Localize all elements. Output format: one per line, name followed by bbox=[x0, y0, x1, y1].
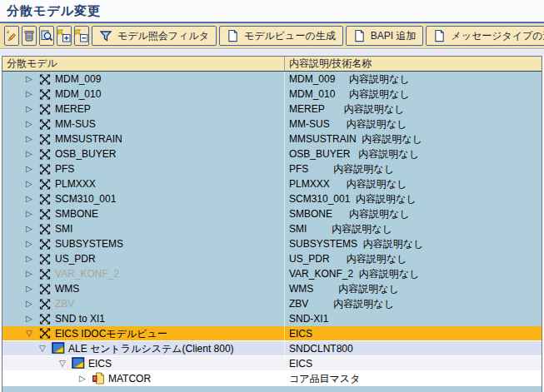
add-bapi-button[interactable]: BAPI 追加 bbox=[346, 26, 424, 46]
tree-node-label[interactable]: MMSUSTRAIN bbox=[55, 131, 122, 146]
collapse-subtree-button[interactable] bbox=[74, 26, 89, 46]
tree-row[interactable]: ▷MMSUSTRAINMMSUSTRAIN 内容説明なし bbox=[2, 131, 542, 146]
distribution-model-icon bbox=[38, 73, 52, 86]
description-cell: MMSUSTRAIN 内容説明なし bbox=[284, 131, 542, 146]
tree-node-label[interactable]: MATCOR bbox=[108, 371, 151, 385]
description-cell: EICS bbox=[284, 326, 542, 340]
tree-node-cell: ▷SMI bbox=[2, 221, 284, 236]
description-cell: VAR_KONF_2 内容説明なし bbox=[284, 266, 542, 281]
tree-row[interactable]: ▷SMISMI 内容説明なし bbox=[2, 221, 542, 236]
model-query-filter-button[interactable]: モデル照会フィルタ bbox=[92, 26, 217, 46]
tree-row[interactable]: ▷OSB_BUYEROSB_BUYER 内容説明なし bbox=[2, 146, 542, 161]
tree-node-label[interactable]: PLMXXX bbox=[55, 176, 96, 191]
tree-row-selected[interactable]: ▽EICS IDOCモデルビューEICS bbox=[2, 326, 542, 341]
tree-node-label[interactable]: ALE セントラルシステム(Client 800) bbox=[68, 341, 234, 355]
tree-row[interactable]: ▷MEREPMEREP 内容説明なし bbox=[2, 102, 542, 117]
tree-node-label[interactable]: EICS IDOCモデルビュー bbox=[55, 326, 167, 340]
expand-arrow-icon[interactable]: ▷ bbox=[26, 117, 38, 131]
collapse-arrow-icon[interactable]: ▽ bbox=[59, 356, 72, 370]
expand-arrow-icon[interactable]: ▷ bbox=[26, 87, 38, 102]
button-label: メッセージタイプの追加 bbox=[451, 29, 544, 43]
expand-arrow-icon[interactable]: ▷ bbox=[26, 266, 38, 281]
expand-arrow-icon[interactable]: ▷ bbox=[26, 161, 38, 176]
tree-node-label[interactable]: PFS bbox=[55, 161, 74, 176]
expand-arrow-icon[interactable]: ▷ bbox=[26, 251, 38, 266]
expand-arrow-icon[interactable]: ▷ bbox=[26, 72, 38, 87]
expand-arrow-icon[interactable]: ▷ bbox=[26, 146, 38, 161]
document-icon bbox=[227, 29, 239, 42]
expand-arrow-icon[interactable]: ▷ bbox=[26, 296, 38, 311]
tree-node-label[interactable]: MEREP bbox=[55, 102, 91, 117]
expand-arrow-icon[interactable]: ▷ bbox=[26, 281, 38, 296]
distribution-model-icon bbox=[38, 268, 52, 280]
description-cell: SNDCLNT800 bbox=[284, 341, 542, 355]
tree-row[interactable]: ▷MDM_009MDM_009 内容説明なし bbox=[2, 72, 542, 87]
tree-node-label[interactable]: MDM_010 bbox=[55, 87, 101, 102]
tree-row[interactable]: ▽ALE セントラルシステム(Client 800)SNDCLNT800 bbox=[2, 341, 542, 356]
tree-node-label[interactable]: SND to XI1 bbox=[55, 311, 105, 326]
tree-node-cell: ▷MDM_009 bbox=[2, 72, 284, 87]
collapse-arrow-icon[interactable]: ▽ bbox=[26, 326, 38, 340]
collapse-subtree-icon bbox=[75, 29, 88, 42]
tree-node-label[interactable]: EICS bbox=[88, 356, 112, 370]
tree-row[interactable]: ▷ZBVZBV 内容説明なし bbox=[2, 296, 542, 311]
expand-subtree-button[interactable] bbox=[57, 26, 72, 46]
expand-arrow-icon[interactable]: ▷ bbox=[26, 102, 38, 117]
tree-row[interactable]: ▷MATCORコア品目マスタ bbox=[2, 371, 542, 386]
expand-arrow-icon[interactable]: ▷ bbox=[26, 236, 38, 251]
expand-arrow-icon[interactable]: ▷ bbox=[26, 176, 38, 191]
expand-arrow-icon[interactable]: ▷ bbox=[26, 206, 38, 221]
search-button[interactable] bbox=[39, 26, 54, 46]
tree-node-label[interactable]: OSB_BUYER bbox=[55, 146, 116, 161]
collapse-arrow-icon[interactable]: ▽ bbox=[39, 341, 52, 355]
tree-header-row: 分散モデル 内容説明/技術名称 bbox=[2, 57, 542, 72]
description-cell: SND-XI1 bbox=[284, 311, 542, 326]
column-header-description: 内容説明/技術名称 bbox=[284, 57, 542, 71]
add-message-type-button[interactable]: メッセージタイプの追加 bbox=[426, 26, 544, 46]
expand-arrow-icon[interactable]: ▷ bbox=[26, 191, 38, 206]
expand-arrow-icon[interactable]: ▷ bbox=[26, 221, 38, 236]
description-cell: MDM_010 内容説明なし bbox=[284, 87, 542, 102]
expand-arrow-icon[interactable]: ▷ bbox=[26, 131, 38, 146]
expand-subtree-icon bbox=[57, 29, 71, 42]
tree-row[interactable]: ▷WMSWMS 内容説明なし bbox=[2, 281, 542, 296]
tree-node-label[interactable]: SMI bbox=[55, 221, 72, 236]
tree-node-label[interactable]: SMBONE bbox=[55, 206, 98, 221]
tree-row[interactable]: ▷MM-SUSMM-SUS 内容説明なし bbox=[2, 117, 542, 131]
tree-node-label[interactable]: MM-SUS bbox=[55, 117, 96, 131]
tree-row[interactable]: ▷US_PDRUS_PDR 内容説明なし bbox=[2, 251, 542, 266]
tree-row[interactable]: ▷SND to XI1SND-XI1 bbox=[2, 311, 542, 326]
tree-node-label[interactable]: WMS bbox=[55, 281, 79, 296]
tree-row[interactable]: ▷PLMXXXPLMXXX 内容説明なし bbox=[2, 176, 542, 191]
tree-body: ▷MDM_009MDM_009 内容説明なし▷MDM_010MDM_010 内容… bbox=[2, 72, 542, 386]
button-label: モデル照会フィルタ bbox=[117, 29, 209, 43]
expand-arrow-icon[interactable]: ▷ bbox=[79, 371, 92, 385]
distribution-model-icon bbox=[38, 148, 52, 161]
tree-node-label[interactable]: SCM310_001 bbox=[55, 191, 116, 206]
tree-node-label[interactable]: ZBV bbox=[55, 296, 74, 311]
tree-node-label[interactable]: US_PDR bbox=[55, 251, 96, 266]
tree-node-cell: ▷US_PDR bbox=[2, 251, 284, 266]
distribution-model-icon bbox=[38, 283, 52, 295]
delete-button[interactable] bbox=[22, 26, 37, 46]
system-icon bbox=[52, 342, 66, 355]
distribution-model-icon bbox=[38, 193, 52, 206]
edit-button[interactable] bbox=[4, 26, 19, 46]
tree-row[interactable]: ▽EICSEICS bbox=[2, 356, 542, 371]
tree-node-label[interactable]: VAR_KONF_2 bbox=[55, 266, 119, 281]
tree-row[interactable]: ▷PFSPFS 内容説明なし bbox=[2, 161, 542, 176]
tree-row[interactable]: ▷MDM_010MDM_010 内容説明なし bbox=[2, 87, 542, 102]
tree-node-label[interactable]: MDM_009 bbox=[55, 72, 101, 87]
tree-row[interactable]: ▷VAR_KONF_2VAR_KONF_2 内容説明なし bbox=[2, 266, 542, 281]
create-model-view-button[interactable]: モデルビューの生成 bbox=[219, 26, 343, 46]
tree-row[interactable]: ▷SUBSYSTEMSSUBSYSTEMS 内容説明なし bbox=[2, 236, 542, 251]
expand-arrow-icon[interactable]: ▷ bbox=[26, 311, 38, 326]
tree-row[interactable]: ▷SCM310_001SCM310_001 内容説明なし bbox=[2, 191, 542, 206]
page-title: 分散モデル変更 bbox=[7, 3, 101, 19]
toolbar-table-gap bbox=[0, 50, 544, 56]
tree-row[interactable]: ▷SMBONESMBONE 内容説明なし bbox=[2, 206, 542, 221]
tree-node-cell: ▷PFS bbox=[2, 161, 284, 176]
tree-node-label[interactable]: SUBSYSTEMS bbox=[55, 236, 123, 251]
distribution-model-icon bbox=[38, 253, 52, 265]
distribution-model-tree: 分散モデル 内容説明/技術名称 ▷MDM_009MDM_009 内容説明なし▷M… bbox=[2, 56, 542, 392]
